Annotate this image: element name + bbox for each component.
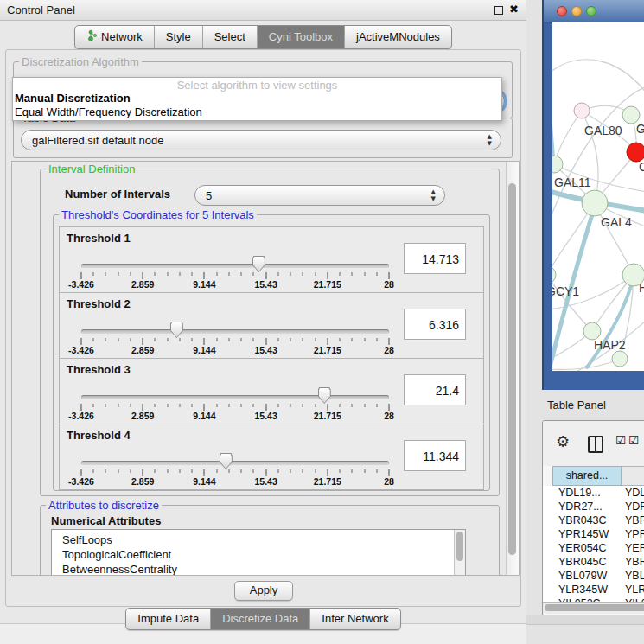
tab-select[interactable]: Select xyxy=(203,26,258,48)
tick-label: 21.715 xyxy=(314,345,341,355)
attribute-list-item[interactable]: TopologicalCoefficient xyxy=(52,547,465,562)
list-scrollbar-thumb[interactable] xyxy=(456,532,463,561)
top-tab-bar: NetworkStyleSelectCyni ToolboxjActiveMNo… xyxy=(0,25,526,49)
network-node-green[interactable] xyxy=(622,106,640,124)
attribute-list-item[interactable]: SelfLoops xyxy=(52,530,465,547)
tick-label: -3.426 xyxy=(68,279,94,290)
slider-thumb[interactable] xyxy=(220,453,233,469)
network-node-green[interactable] xyxy=(582,190,608,216)
table-toolbar: ⚙ ☑ ☑ xyxy=(543,421,644,466)
algorithm-option[interactable]: Equal Width/Frequency Discretization xyxy=(13,105,501,119)
table-row[interactable]: YBR043CYBR0 xyxy=(543,513,644,527)
cell-shared-name: YBR045C xyxy=(543,556,625,568)
bottom-tab-discretize-data[interactable]: Discretize Data xyxy=(211,609,310,629)
tick-label: 9.144 xyxy=(193,345,215,355)
gear-icon[interactable]: ⚙ xyxy=(556,432,570,450)
threshold-panel-3: Threshold 3-3.4262.8599.14415.4321.71528… xyxy=(59,358,484,424)
close-icon[interactable]: ✖ xyxy=(509,3,519,16)
table-data-combobox[interactable]: galFiltered.sif default node ▲▼ xyxy=(21,130,501,150)
threshold-value-field[interactable]: 11.344 xyxy=(404,440,466,471)
network-node-pink[interactable] xyxy=(574,103,590,118)
bottom-tab-impute-data[interactable]: Impute Data xyxy=(126,609,211,629)
table-horizontal-scrollbar[interactable] xyxy=(543,602,644,614)
tab-jactivemnodules[interactable]: jActiveMNodules xyxy=(345,26,451,48)
float-window-icon[interactable] xyxy=(494,6,503,15)
slider-track[interactable] xyxy=(81,395,389,399)
tab-cyni-toolbox[interactable]: Cyni Toolbox xyxy=(258,26,345,48)
numerical-attributes-label: Numerical Attributes xyxy=(51,514,161,527)
bottom-tab-bar: Impute DataDiscretize DataInfer Network xyxy=(0,608,526,630)
tab-label: Style xyxy=(166,30,191,43)
algorithm-option[interactable]: Manual Discretization xyxy=(13,92,501,105)
table-row[interactable]: YLR345WYLR3 xyxy=(543,583,644,596)
bottom-tab-infer-network[interactable]: Infer Network xyxy=(310,609,399,629)
network-node-green[interactable] xyxy=(552,266,556,284)
tick-label: 28 xyxy=(384,411,394,421)
interval-definition-group: Interval Definition Number of Intervals … xyxy=(40,169,500,496)
network-node-green[interactable] xyxy=(583,322,601,340)
network-canvas[interactable]: GAL80GCGAL11GAL4GCY1HHAP2 xyxy=(552,22,644,371)
tab-style[interactable]: Style xyxy=(155,26,203,48)
mac-close-button[interactable] xyxy=(557,6,567,16)
slider-track[interactable] xyxy=(81,264,389,268)
network-node-green[interactable] xyxy=(612,351,628,367)
number-of-intervals-combobox[interactable]: 5 ▲▼ xyxy=(194,185,445,206)
tab-label: Network xyxy=(101,30,143,43)
threshold-label: Threshold 3 xyxy=(67,363,131,376)
thresholds-group: Threshold's Coordinates for 5 Intervals … xyxy=(53,214,490,491)
table-row[interactable]: YBR045CYBR0 xyxy=(543,555,644,569)
node-label: GAL80 xyxy=(584,124,622,137)
cyni-toolbox-panel: Discretization Algorithm ▲▼ Select algor… xyxy=(5,49,521,607)
hscrollbar-thumb[interactable] xyxy=(545,604,644,611)
slider-thumb[interactable] xyxy=(252,256,265,272)
tick-label: 15.43 xyxy=(254,279,277,290)
slider-track[interactable] xyxy=(81,329,389,334)
slider-ticks xyxy=(81,338,389,345)
tick-label: 15.43 xyxy=(254,345,277,355)
settings-scrollbar-thumb[interactable] xyxy=(508,183,516,555)
mac-minimize-button[interactable] xyxy=(571,6,582,16)
column-layout-icon[interactable] xyxy=(588,436,603,453)
table-row[interactable]: YPR145WYPR1 xyxy=(543,527,644,541)
slider-thumb[interactable] xyxy=(170,322,183,338)
network-nodes[interactable] xyxy=(552,103,644,367)
table-row[interactable]: YER054CYER0 xyxy=(543,541,644,555)
table-body: YDL19...YDL1YDR27...YDR2YBR043CYBR0YPR14… xyxy=(543,486,644,602)
checkbox-icon[interactable]: ☑ xyxy=(615,433,627,447)
cell-shared-name: YDL19... xyxy=(543,487,625,499)
tick-label: 2.859 xyxy=(131,476,154,487)
table-row[interactable]: YBL079WYBL0 xyxy=(543,569,644,583)
tick-label: 21.715 xyxy=(314,476,341,487)
tick-label: 9.144 xyxy=(193,279,215,290)
apply-button[interactable]: Apply xyxy=(234,581,293,601)
threshold-value-field[interactable]: 6.316 xyxy=(404,309,466,340)
table-data-group: Table Data galFiltered.sif default node … xyxy=(13,118,513,158)
slider-track[interactable] xyxy=(81,461,389,465)
checkbox-icon[interactable]: ☑ xyxy=(628,433,640,447)
attribute-list-item[interactable]: BetweennessCentrality xyxy=(52,562,465,576)
cell-name: YBR0 xyxy=(625,514,644,526)
tab-label: Select xyxy=(214,30,245,43)
table-data-value: galFiltered.sif default node xyxy=(32,134,163,147)
network-node-red[interactable] xyxy=(627,143,644,162)
numerical-attributes-list[interactable]: SelfLoopsTopologicalCoefficientBetweenne… xyxy=(51,529,466,576)
settings-scrollbar[interactable] xyxy=(506,162,519,575)
combo-arrows-icon: ▲▼ xyxy=(431,188,436,202)
tab-network[interactable]: Network xyxy=(75,26,155,48)
table-row[interactable]: YDL19...YDL1 xyxy=(543,486,644,500)
network-icon xyxy=(86,29,97,44)
list-scrollbar[interactable] xyxy=(454,530,465,576)
network-node-green[interactable] xyxy=(552,156,563,173)
slider-thumb[interactable] xyxy=(318,387,331,404)
table-row[interactable]: YDR27...YDR2 xyxy=(543,500,644,513)
threshold-label: Threshold 1 xyxy=(67,232,131,245)
cell-name: YPR1 xyxy=(625,528,644,540)
tick-label: 2.859 xyxy=(131,279,154,290)
threshold-value-field[interactable]: 14.713 xyxy=(404,243,466,274)
column-header-name[interactable]: n xyxy=(622,466,644,486)
column-header-shared-name[interactable]: shared... xyxy=(552,466,622,486)
attributes-to-discretize-group: Attributes to discretize Numerical Attri… xyxy=(40,505,500,576)
threshold-value-field[interactable]: 21.4 xyxy=(404,374,466,405)
mac-zoom-button[interactable] xyxy=(586,6,596,16)
threshold-panel-2: Threshold 2-3.4262.8599.14415.4321.71528… xyxy=(59,292,484,359)
